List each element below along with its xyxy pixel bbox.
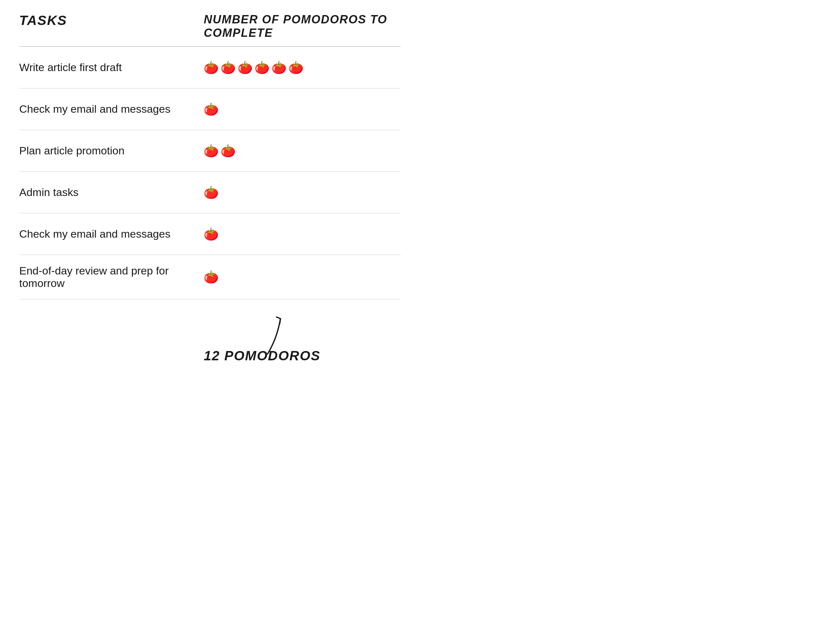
task-name: End-of-day review and prep for tomorrow [19, 255, 191, 299]
tomato-icon: 🍅 [204, 186, 219, 199]
tomato-icon: 🍅 [204, 145, 219, 157]
tomato-icon: 🍅 [289, 62, 303, 74]
tomato-icon: 🍅 [254, 62, 270, 74]
tomato-icon: 🍅 [272, 62, 286, 74]
pomodoro-cell: 🍅 [191, 228, 401, 240]
table-body: Write article first draft🍅🍅🍅🍅🍅🍅Check my … [19, 47, 401, 299]
task-name: Check my email and messages [19, 218, 191, 250]
table-row: Admin tasks🍅 [19, 172, 401, 213]
table-header: TASKS NUMBER OF POMODOROS TO COMPLETE [19, 13, 401, 47]
pomodoro-cell: 🍅 [191, 271, 401, 283]
total-pomodoros-label: 12 POMODOROS [204, 348, 321, 363]
pomodoro-cell: 🍅🍅🍅🍅🍅🍅 [191, 62, 401, 74]
task-name: Plan article promotion [19, 135, 191, 166]
tomato-icon: 🍅 [221, 145, 235, 157]
summary-right: 12 POMODOROS [191, 306, 401, 363]
task-name: Write article first draft [19, 52, 191, 83]
tomato-icon: 🍅 [204, 271, 219, 283]
tomato-icon: 🍅 [237, 62, 253, 74]
tomato-icon: 🍅 [221, 62, 235, 74]
table-row: Check my email and messages🍅 [19, 213, 401, 255]
summary-section: 12 POMODOROS [19, 306, 401, 363]
task-name: Check my email and messages [19, 93, 191, 125]
pomodoro-table: TASKS NUMBER OF POMODOROS TO COMPLETE Wr… [19, 13, 401, 363]
tomato-icon: 🍅 [204, 62, 219, 74]
pomodoro-cell: 🍅 [191, 186, 401, 199]
tasks-column-header: TASKS [19, 13, 191, 40]
table-row: Plan article promotion🍅🍅 [19, 130, 401, 172]
pomodoros-column-header: NUMBER OF POMODOROS TO COMPLETE [191, 13, 401, 40]
task-name: Admin tasks [19, 177, 191, 208]
tomato-icon: 🍅 [204, 103, 219, 115]
tomato-icon: 🍅 [204, 228, 219, 240]
pomodoro-cell: 🍅🍅 [191, 145, 401, 157]
table-row: Write article first draft🍅🍅🍅🍅🍅🍅 [19, 47, 401, 89]
summary-left [19, 306, 191, 363]
pomodoro-cell: 🍅 [191, 103, 401, 115]
table-row: End-of-day review and prep for tomorrow🍅 [19, 255, 401, 299]
table-row: Check my email and messages🍅 [19, 89, 401, 130]
arrow-container: 12 POMODOROS [204, 306, 401, 363]
